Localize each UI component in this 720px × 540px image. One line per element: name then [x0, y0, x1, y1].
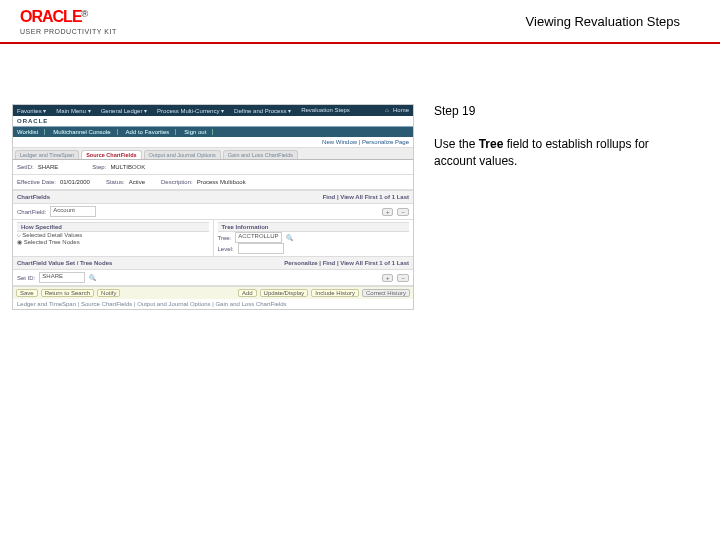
chartfield-select[interactable]: Account: [50, 206, 96, 217]
cf-pager[interactable]: Find | View All First 1 of 1 Last: [323, 194, 409, 200]
lbl-effdate: Effective Date:: [17, 179, 56, 185]
brand-text: ORACLE: [20, 8, 82, 25]
update-button[interactable]: Update/Display: [260, 289, 309, 297]
cfval-pager[interactable]: Personalize | Find | View All First 1 of…: [284, 260, 409, 266]
cfval-header: ChartField Value Set / Tree Nodes Person…: [13, 256, 413, 270]
val-effdate: 01/01/2000: [60, 179, 90, 185]
val-status: Active: [129, 179, 145, 185]
lbl-tree: Tree:: [218, 235, 232, 241]
cfval-del-icon[interactable]: −: [397, 274, 409, 282]
radio-tree-nodes[interactable]: Selected Tree Nodes: [17, 238, 209, 245]
step-instruction: Use the Tree field to establish rollups …: [434, 136, 680, 170]
val-desc: Process Multibook: [197, 179, 246, 185]
cfval-add-icon[interactable]: +: [382, 274, 394, 282]
notify-button[interactable]: Notify: [97, 289, 120, 297]
val-step: MULTIBOOK: [110, 164, 145, 170]
tree-head: Tree Information: [218, 222, 410, 232]
nav-revalsteps[interactable]: Revaluation Steps: [301, 107, 350, 114]
nav-multicur[interactable]: Process Multi-Currency ▾: [157, 107, 224, 114]
brand-tm: ®: [82, 9, 89, 19]
correct-hist-button[interactable]: Correct History: [362, 289, 410, 297]
screenshot-pane: Favorites ▾ Main Menu ▾ General Ledger ▾…: [12, 104, 414, 310]
save-button[interactable]: Save: [16, 289, 38, 297]
util-signout[interactable]: Sign out: [184, 129, 213, 135]
step-text-before: Use the: [434, 137, 479, 151]
button-bar: Save Return to Search Notify Add Update/…: [13, 286, 413, 299]
step-text-bold: Tree: [479, 137, 504, 151]
tree-input[interactable]: ACCTROLLUP: [235, 232, 281, 243]
tab-output[interactable]: Output and Journal Options: [144, 150, 221, 159]
page-title: Viewing Revaluation Steps: [526, 8, 680, 29]
cfval-row: Set ID: SHARE 🔍 + −: [13, 270, 413, 286]
lbl-step: Step:: [92, 164, 106, 170]
level-input[interactable]: [238, 243, 284, 254]
cfsetid-input[interactable]: SHARE: [39, 272, 85, 283]
spec-tree-row: How Specified Selected Detail Values Sel…: [13, 220, 413, 256]
tab-bar: Ledger and TimeSpan Source ChartFields O…: [13, 148, 413, 160]
lbl-chartfield: ChartField:: [17, 209, 46, 215]
util-fav[interactable]: Add to Favorites: [126, 129, 177, 135]
chartfields-header: ChartFields Find | View All First 1 of 1…: [13, 190, 413, 204]
cf-row: ChartField: Account + −: [13, 204, 413, 220]
app-brand-bar: ORACLE: [13, 116, 413, 127]
util-worklist[interactable]: Worklist: [17, 129, 45, 135]
app-nav-bar: Favorites ▾ Main Menu ▾ General Ledger ▾…: [13, 105, 413, 116]
lbl-cfsetid: Set ID:: [17, 275, 35, 281]
tab-ledger[interactable]: Ledger and TimeSpan: [15, 150, 79, 159]
lbl-status: Status:: [106, 179, 125, 185]
cf-head-label: ChartFields: [17, 194, 50, 200]
app-util-bar: Worklist Multichannel Console Add to Fav…: [13, 127, 413, 137]
lbl-level: Level:: [218, 246, 234, 252]
nav-mainmenu[interactable]: Main Menu ▾: [56, 107, 90, 114]
add-button[interactable]: Add: [238, 289, 257, 297]
header-row2: Effective Date: 01/01/2000 Status: Activ…: [13, 175, 413, 190]
del-row-icon[interactable]: −: [397, 208, 409, 216]
cfsetid-lookup-icon[interactable]: 🔍: [89, 274, 96, 281]
step-number: Step 19: [434, 104, 680, 118]
instruction-pane: Step 19 Use the Tree field to establish …: [414, 104, 680, 310]
logo: ORACLE® USER PRODUCTIVITY KIT: [20, 8, 117, 35]
lbl-desc: Description:: [161, 179, 193, 185]
tree-lookup-icon[interactable]: 🔍: [286, 234, 293, 241]
product-name: USER PRODUCTIVITY KIT: [20, 28, 117, 35]
spec-head: How Specified: [17, 222, 209, 232]
add-row-icon[interactable]: +: [382, 208, 394, 216]
tab-gainloss[interactable]: Gain and Loss ChartFields: [223, 150, 298, 159]
cfval-head-label: ChartField Value Set / Tree Nodes: [17, 260, 112, 266]
util-mcc[interactable]: Multichannel Console: [53, 129, 117, 135]
lbl-setid: SetID:: [17, 164, 34, 170]
app-screenshot: Favorites ▾ Main Menu ▾ General Ledger ▾…: [12, 104, 414, 310]
page-header: ORACLE® USER PRODUCTIVITY KIT Viewing Re…: [0, 0, 720, 44]
val-setid: SHARE: [38, 164, 59, 170]
content: Favorites ▾ Main Menu ▾ General Ledger ▾…: [0, 44, 720, 310]
home-link[interactable]: Home: [385, 107, 409, 114]
nav-favorites[interactable]: Favorites ▾: [17, 107, 46, 114]
tab-source-cf[interactable]: Source ChartFields: [81, 150, 141, 159]
include-hist-button[interactable]: Include History: [311, 289, 359, 297]
nav-define[interactable]: Define and Process ▾: [234, 107, 291, 114]
return-button[interactable]: Return to Search: [41, 289, 94, 297]
nav-gl[interactable]: General Ledger ▾: [101, 107, 147, 114]
crumb-links[interactable]: New Window | Personalize Page: [322, 139, 409, 145]
header-row1: SetID: SHARE Step: MULTIBOOK: [13, 160, 413, 175]
footer-tab-links[interactable]: Ledger and TimeSpan | Source ChartFields…: [13, 299, 413, 309]
